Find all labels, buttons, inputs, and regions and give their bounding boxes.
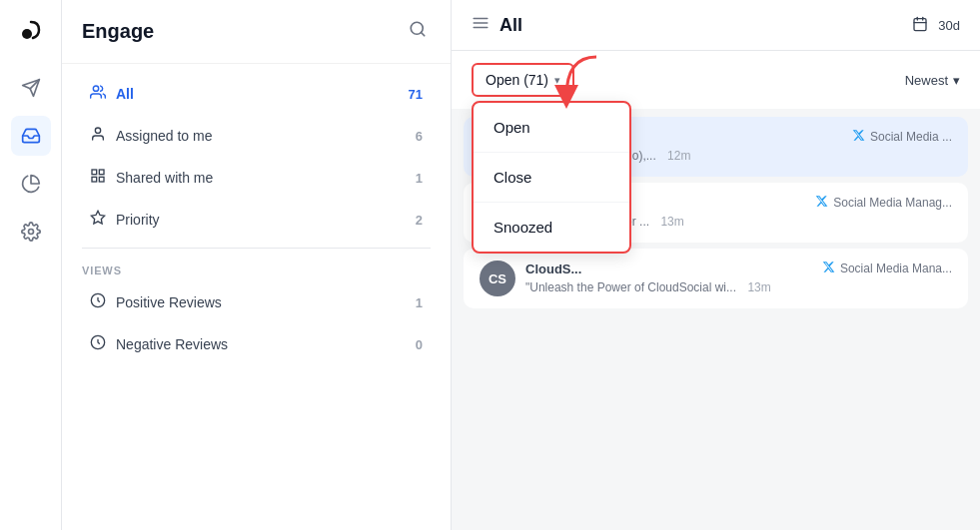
calendar-icon [912, 16, 928, 35]
status-filter-button[interactable]: Open (71) ▾ [472, 63, 574, 97]
conv-time: 13m [660, 215, 683, 229]
status-filter-label: Open (71) [486, 72, 548, 88]
send-nav-button[interactable] [11, 68, 51, 108]
analytics-nav-button[interactable] [11, 164, 51, 204]
conv-time: 12m [667, 149, 690, 163]
svg-marker-12 [91, 211, 104, 224]
sidebar-item-priority-count: 2 [416, 213, 423, 228]
all-icon [90, 84, 106, 104]
sidebar-item-assigned[interactable]: Assigned to me 6 [70, 116, 443, 156]
conv-time: 13m [747, 280, 770, 294]
svg-point-6 [93, 86, 98, 91]
sidebar-item-priority[interactable]: Priority 2 [70, 200, 443, 240]
conversation-card[interactable]: CS CloudS... Social Media Mana... "Unl [464, 249, 968, 308]
dropdown-option-snoozed[interactable]: Snoozed [474, 203, 629, 252]
sidebar-item-all-count: 71 [409, 87, 423, 102]
twitter-icon [852, 129, 865, 145]
svg-rect-8 [92, 170, 97, 175]
sidebar-item-negative-reviews[interactable]: Negative Reviews 0 [70, 324, 443, 364]
views-label: VIEWS [62, 257, 451, 280]
sidebar-item-shared-label: Shared with me [116, 170, 213, 186]
logo-icon[interactable] [17, 16, 45, 50]
sidebar-item-negative-count: 0 [416, 337, 423, 352]
main-title: All [499, 15, 522, 36]
nav-divider [82, 248, 431, 249]
sidebar: Engage All 71 [62, 0, 452, 530]
svg-rect-9 [99, 170, 104, 175]
sidebar-item-positive-label: Positive Reviews [116, 294, 222, 310]
filter-bar: Open (71) ▾ Open Close Snoozed Newest ▾ [452, 51, 980, 109]
sidebar-item-shared-count: 1 [416, 171, 423, 186]
conv-content: CloudS... Social Media Mana... "Unleash … [525, 261, 952, 294]
dropdown-option-close[interactable]: Close [474, 153, 629, 203]
conv-top: CloudS... Social Media Mana... [525, 261, 952, 276]
hamburger-icon[interactable] [472, 14, 490, 36]
sidebar-item-positive-reviews[interactable]: Positive Reviews 1 [70, 282, 443, 322]
sort-button[interactable]: Newest ▾ [905, 73, 960, 88]
main-header: All 30d [452, 0, 980, 51]
svg-rect-18 [914, 18, 926, 30]
sidebar-item-positive-count: 1 [416, 295, 423, 310]
conv-name: CloudS... [525, 262, 581, 276]
conv-body: CS CloudS... Social Media Mana... "Unl [480, 261, 952, 296]
conv-platform-text: Social Media Mana... [840, 262, 952, 275]
sidebar-title: Engage [82, 20, 154, 43]
main-header-right: 30d [912, 16, 960, 35]
svg-point-3 [28, 230, 33, 235]
search-button[interactable] [405, 16, 431, 47]
status-dropdown-menu: Open Close Snoozed [472, 101, 631, 254]
svg-point-0 [22, 29, 32, 39]
svg-rect-10 [92, 177, 97, 182]
shared-icon [90, 168, 106, 188]
sidebar-item-assigned-label: Assigned to me [116, 128, 213, 144]
negative-reviews-icon [90, 334, 106, 354]
sidebar-nav: All 71 Assigned to me 6 [62, 64, 451, 374]
conv-platform-text: Social Media Manag... [833, 196, 952, 210]
conv-platform: Social Media Mana... [822, 261, 952, 276]
svg-point-7 [95, 128, 100, 133]
sort-label: Newest [905, 73, 948, 88]
icon-bar [0, 0, 62, 530]
sidebar-item-all[interactable]: All 71 [70, 74, 443, 114]
dropdown-option-open[interactable]: Open [474, 103, 629, 153]
sidebar-item-priority-label: Priority [116, 212, 160, 228]
inbox-nav-button[interactable] [11, 116, 51, 156]
svg-line-5 [421, 32, 424, 35]
twitter-icon [815, 195, 828, 211]
priority-icon [90, 210, 106, 230]
sidebar-item-assigned-count: 6 [416, 129, 423, 144]
assigned-icon [90, 126, 106, 146]
status-filter-wrapper: Open (71) ▾ Open Close Snoozed [472, 63, 574, 97]
conv-preview: "Unleash the Power of CloudSocial wi... … [525, 280, 952, 294]
conv-platform: Social Media ... [852, 129, 952, 145]
sidebar-header: Engage [62, 0, 451, 64]
conv-platform-text: Social Media ... [870, 130, 952, 144]
main-panel: All 30d Open (71) ▾ Open Clo [452, 0, 980, 530]
chevron-down-icon: ▾ [554, 74, 560, 87]
sidebar-item-negative-label: Negative Reviews [116, 336, 228, 352]
svg-rect-11 [99, 177, 104, 182]
conv-platform: Social Media Manag... [815, 195, 952, 211]
sidebar-item-shared[interactable]: Shared with me 1 [70, 158, 443, 198]
date-range: 30d [938, 18, 960, 33]
main-header-left: All [472, 14, 522, 36]
twitter-icon [822, 261, 835, 276]
positive-reviews-icon [90, 292, 106, 312]
sidebar-item-all-label: All [116, 86, 134, 102]
sort-chevron-icon: ▾ [953, 73, 960, 88]
avatar: CS [480, 261, 515, 296]
settings-nav-button[interactable] [11, 212, 51, 252]
